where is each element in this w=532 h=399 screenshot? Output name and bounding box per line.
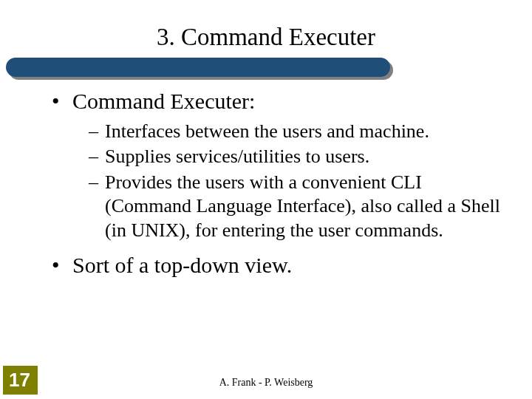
title-underline-bar [6,58,390,77]
bullet-1: • Command Executer: [52,87,502,115]
bullet-1-sub-3: – Provides the users with a convenient C… [89,171,502,243]
bullet-dot-icon: • [52,251,72,279]
bullet-2-text: Sort of a top-down view. [72,253,292,277]
bullet-1-sub-3-text: Provides the users with a convenient CLI… [105,171,500,241]
bullet-dot-icon: • [52,87,72,115]
bullet-1-text: Command Executer: [72,89,255,113]
bullet-1-sub-1-text: Interfaces between the users and machine… [105,120,429,142]
dash-icon: – [89,145,105,169]
dash-icon: – [89,120,105,144]
title-area: 3. Command Executer [0,0,532,51]
bullet-1-sub-2: – Supplies services/utilities to users. [89,145,502,169]
slide: 3. Command Executer • Command Executer: … [0,0,532,399]
bar-main [6,58,390,77]
slide-title: 3. Command Executer [157,24,375,51]
bullet-1-sub-1: – Interfaces between the users and machi… [89,120,502,144]
bullet-1-sub-2-text: Supplies services/utilities to users. [105,146,369,167]
footer-author: A. Frank - P. Weisberg [0,377,532,389]
bullet-2: • Sort of a top-down view. [52,251,502,279]
dash-icon: – [89,171,105,195]
spacer [52,244,502,251]
content-area: • Command Executer: – Interfaces between… [52,87,502,284]
